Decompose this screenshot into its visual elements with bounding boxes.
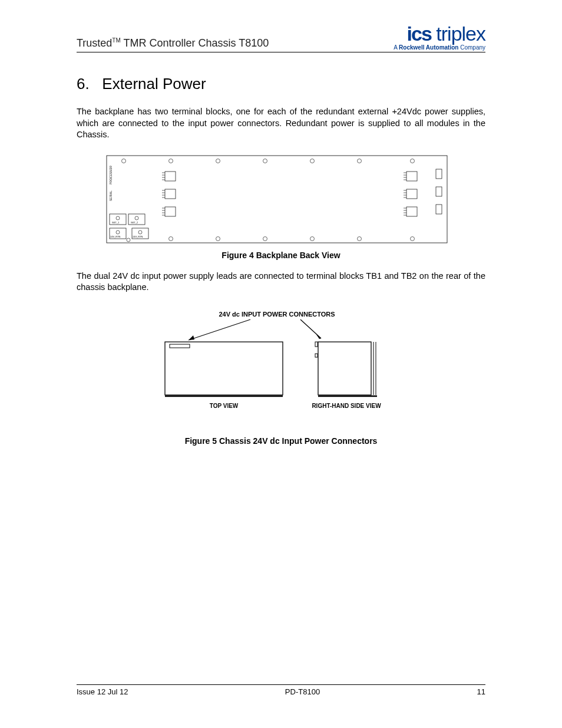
svg-rect-24 (165, 207, 176, 216)
figure-4-caption: Figure 4 Backplane Back View (77, 251, 485, 260)
svg-point-11 (310, 236, 315, 241)
svg-rect-67 (318, 342, 371, 395)
logo-light: triplex (431, 22, 485, 45)
connector-group-left (162, 172, 176, 216)
svg-marker-63 (316, 334, 321, 339)
section-number: 6. (77, 75, 90, 93)
connector-group-right (404, 172, 417, 216)
logo-text: ics triplex (394, 24, 485, 44)
title-tm: TM (112, 37, 120, 44)
figure-4-backplane: PROCESSOR SERIAL (106, 155, 448, 243)
logo-sub-bold: Rockwell Automation (399, 44, 458, 51)
document-title: TrustedTM TMR Controller Chassis T8100 (77, 37, 269, 51)
svg-point-8 (169, 236, 173, 241)
svg-point-1 (122, 159, 126, 163)
svg-rect-39 (406, 207, 417, 216)
svg-rect-71 (315, 354, 318, 357)
svg-line-62 (300, 319, 321, 338)
title-rest: TMR Controller Chassis T8100 (121, 37, 269, 49)
svg-rect-14 (165, 172, 176, 181)
paragraph-2: The dual 24V dc input power supply leads… (77, 271, 485, 294)
logo-sub-suffix: Company (458, 44, 485, 51)
svg-text:24V_RTN: 24V_RTN (110, 235, 121, 238)
fig4-label-processor: PROCESSOR (109, 165, 113, 184)
footer-page: 11 (477, 687, 485, 696)
connector-group-edge (436, 169, 442, 214)
fig5-title: 24V dc INPUT POWER CONNECTORS (219, 311, 335, 318)
svg-point-10 (263, 236, 267, 241)
page-header: TrustedTM TMR Controller Chassis T8100 i… (77, 24, 485, 52)
page-footer: Issue 12 Jul 12 PD-T8100 11 (77, 684, 485, 696)
footer-docnum: PD-T8100 (285, 687, 320, 696)
svg-rect-45 (436, 187, 442, 196)
svg-rect-46 (436, 205, 442, 214)
svg-line-60 (189, 319, 250, 340)
svg-point-3 (216, 159, 220, 163)
svg-marker-61 (189, 335, 194, 340)
svg-point-2 (169, 159, 173, 163)
svg-point-6 (358, 159, 362, 163)
svg-point-9 (216, 236, 220, 241)
svg-rect-65 (170, 344, 190, 348)
svg-rect-19 (165, 189, 176, 199)
fig5-side-view: RIGHT-HAND SIDE VIEW (312, 403, 381, 409)
svg-text:SKT_2: SKT_2 (131, 221, 138, 224)
svg-point-48 (116, 216, 120, 220)
svg-text:SKT_1: SKT_1 (112, 221, 120, 224)
svg-point-12 (358, 236, 362, 241)
svg-point-54 (116, 230, 120, 234)
section-title-text: External Power (102, 75, 206, 93)
svg-rect-29 (406, 172, 417, 181)
fig4-label-serial: SERIAL (109, 190, 113, 201)
svg-point-51 (135, 216, 138, 220)
svg-text:24V_RTN: 24V_RTN (133, 235, 143, 238)
svg-rect-44 (436, 169, 442, 179)
svg-point-4 (263, 159, 267, 163)
logo-bold: ics (407, 22, 431, 45)
svg-point-56 (127, 238, 130, 242)
logo-subtitle: A Rockwell Automation Company (394, 45, 485, 51)
svg-rect-0 (107, 156, 447, 243)
svg-rect-64 (165, 342, 283, 395)
footer-issue: Issue 12 Jul 12 (77, 687, 128, 696)
svg-point-5 (310, 159, 315, 163)
figure-5-connectors: 24V dc INPUT POWER CONNECTORS TOP VIEW R… (159, 308, 395, 420)
fig5-top-view: TOP VIEW (210, 403, 239, 409)
title-prefix: Trusted (77, 37, 112, 49)
paragraph-1: The backplane has two terminal blocks, o… (77, 106, 485, 141)
svg-point-7 (411, 159, 415, 163)
svg-point-58 (138, 230, 142, 234)
figure-5-caption: Figure 5 Chassis 24V dc Input Power Conn… (77, 436, 485, 446)
socket-boxes: SKT_1 SKT_2 24V_RTN 24V_RTN (110, 214, 148, 242)
svg-rect-34 (406, 189, 417, 199)
logo-sub-prefix: A (394, 44, 399, 51)
section-heading: 6. External Power (77, 75, 485, 93)
svg-point-13 (411, 236, 415, 241)
svg-rect-70 (315, 342, 318, 347)
company-logo: ics triplex A Rockwell Automation Compan… (394, 24, 485, 51)
